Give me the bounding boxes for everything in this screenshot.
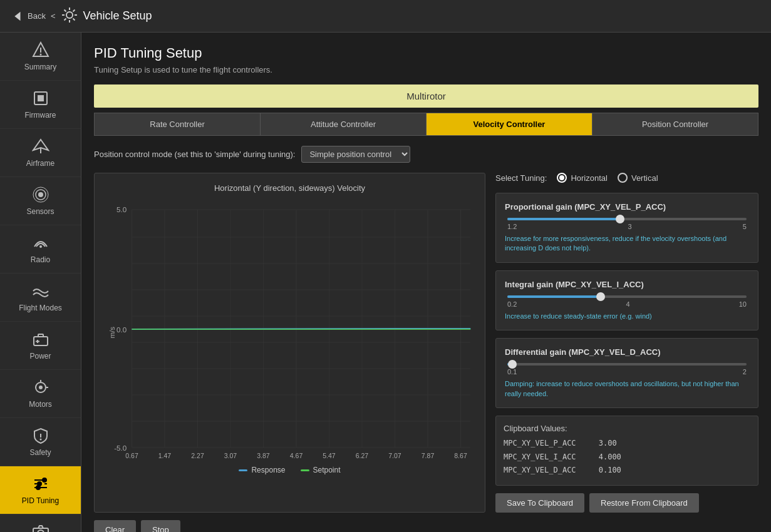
radio-horizontal-dot [559,175,564,180]
svg-line-7 [73,19,75,21]
slider-differential-row [507,363,747,366]
svg-text:1.47: 1.47 [158,452,172,459]
y-axis-label: m/s [108,327,116,339]
sidebar-label-flight-modes: Flight Modes [19,304,62,312]
sidebar-label-pid-tuning: PID Tuning [22,496,59,505]
gain-differential-desc: Damping: increase to reduce overshoots a… [505,379,749,399]
bottom-row: Clear Stop [94,520,758,532]
legend-response-color [239,469,247,471]
clipboard-section: Clipboard Values: MPC_XY_VEL_P_ACC 3.00 … [495,416,758,486]
chart-legend: Response Setpoint [102,466,477,474]
slider-i-max: 10 [739,300,747,308]
sidebar-item-firmware[interactable]: Firmware [0,81,81,129]
svg-text:3.87: 3.87 [257,452,270,459]
svg-point-16 [38,192,43,197]
chart-title: Horizontal (Y direction, sideways) Veloc… [102,183,477,193]
save-to-clipboard-button[interactable]: Save To Clipboard [495,493,584,513]
sidebar-item-power[interactable]: Power [0,322,81,370]
mid-area: Horizontal (Y direction, sideways) Veloc… [94,173,758,513]
main-content: PID Tuning Setup Tuning Setup is used to… [81,33,771,532]
svg-text:5.0: 5.0 [116,206,127,213]
slider-p-mid: 3 [628,223,632,230]
app-title: Vehicle Setup [83,9,152,23]
clipboard-buttons: Save To Clipboard Restore From Clipboard [495,493,758,513]
gain-proportional-desc: Increase for more responsiveness, reduce… [505,234,749,253]
svg-text:6.27: 6.27 [356,452,369,459]
sidebar-item-radio[interactable]: Radio [0,225,81,274]
slider-d-max: 2 [743,368,747,376]
gain-differential-title: Differential gain (MPC_XY_VEL_D_ACC) [505,347,749,357]
sidebar-item-summary[interactable]: Summary [0,33,81,81]
svg-text:7.07: 7.07 [388,452,401,459]
radio-icon [32,234,49,252]
sidebar-item-pid-tuning[interactable]: PID Tuning [0,466,81,514]
flight-modes-icon [32,282,49,300]
pcm-label: Position control mode (set this to 'simp… [94,150,295,159]
sensors-icon [32,186,49,203]
svg-text:0.0: 0.0 [116,326,127,334]
firmware-icon [32,90,49,107]
back-button[interactable]: Back < [10,9,56,23]
stop-button[interactable]: Stop [141,520,180,532]
gain-integral-title: Integral gain (MPC_XY_VEL_I_ACC) [505,280,749,289]
controller-tabs: Rate Controller Attitude Controller Velo… [94,113,758,136]
clipboard-param-1: MPC_XY_VEL_I_ACC [504,453,576,461]
radio-vertical-circle[interactable] [618,173,628,183]
radio-vertical-label: Vertical [631,173,658,183]
gain-block-integral: Integral gain (MPC_XY_VEL_I_ACC) 0.2 4 1… [495,270,758,330]
svg-text:7.87: 7.87 [422,452,435,459]
svg-point-33 [43,478,46,482]
back-arrow-icon [10,9,24,23]
clipboard-title: Clipboard Values: [504,424,750,433]
top-bar: Back < Vehicle Setup [0,0,771,33]
svg-rect-21 [38,334,43,337]
airframe-icon [32,138,49,155]
slider-proportional-labels: 1.2 3 5 [507,223,747,230]
pid-tuning-icon [32,475,49,493]
restore-from-clipboard-button[interactable]: Restore From Clipboard [589,493,699,513]
chart-area: m/s 5.0 0.0 -5.0 [102,198,477,461]
radio-horizontal-circle[interactable] [557,173,567,183]
select-tuning-label: Select Tuning: [495,173,547,183]
slider-proportional-thumb[interactable] [616,215,624,223]
chart-svg: m/s 5.0 0.0 -5.0 [102,198,477,461]
slider-proportional-track[interactable] [507,218,747,220]
pcm-select[interactable]: Simple position control Position control… [301,146,410,163]
sidebar-item-motors[interactable]: Motors [0,370,81,418]
tab-attitude-controller[interactable]: Attitude Controller [260,113,426,136]
tab-velocity-controller[interactable]: Velocity Controller [426,113,592,136]
slider-integral-track[interactable] [507,295,747,298]
sidebar-item-safety[interactable]: Safety [0,418,81,466]
svg-text:2.27: 2.27 [191,452,204,459]
sidebar-item-camera[interactable]: Camera [0,514,81,532]
clear-button[interactable]: Clear [94,520,136,532]
legend-response-label: Response [251,466,285,474]
radio-horizontal-label: Horizontal [571,173,608,183]
svg-point-12 [39,54,41,56]
sidebar-label-airframe: Airframe [26,159,54,168]
camera-icon [32,523,49,532]
svg-line-8 [73,10,75,12]
tab-rate-controller[interactable]: Rate Controller [94,113,260,136]
sidebar-item-sensors[interactable]: Sensors [0,177,81,225]
slider-p-max: 5 [743,223,747,230]
svg-text:0.67: 0.67 [125,452,138,459]
gain-block-differential: Differential gain (MPC_XY_VEL_D_ACC) 0.1… [495,338,758,408]
sidebar-item-airframe[interactable]: Airframe [0,129,81,177]
sidebar-label-motors: Motors [29,400,52,409]
position-control-mode-row: Position control mode (set this to 'simp… [94,146,758,163]
sidebar-item-flight-modes[interactable]: Flight Modes [0,274,81,322]
svg-rect-14 [38,95,44,101]
tab-position-controller[interactable]: Position Controller [592,113,758,136]
radio-horizontal[interactable]: Horizontal [557,173,608,183]
slider-differential-track[interactable] [507,363,747,366]
slider-differential-thumb[interactable] [508,360,517,369]
svg-text:-5.0: -5.0 [114,444,127,452]
sidebar: Summary Firmware Airframe Sensor [0,33,81,532]
bottom-buttons-left: Clear Stop [94,520,180,532]
legend-setpoint: Setpoint [301,466,341,474]
summary-icon [32,41,49,59]
radio-vertical[interactable]: Vertical [618,173,658,183]
slider-integral-thumb[interactable] [596,292,605,301]
svg-point-1 [66,12,73,18]
